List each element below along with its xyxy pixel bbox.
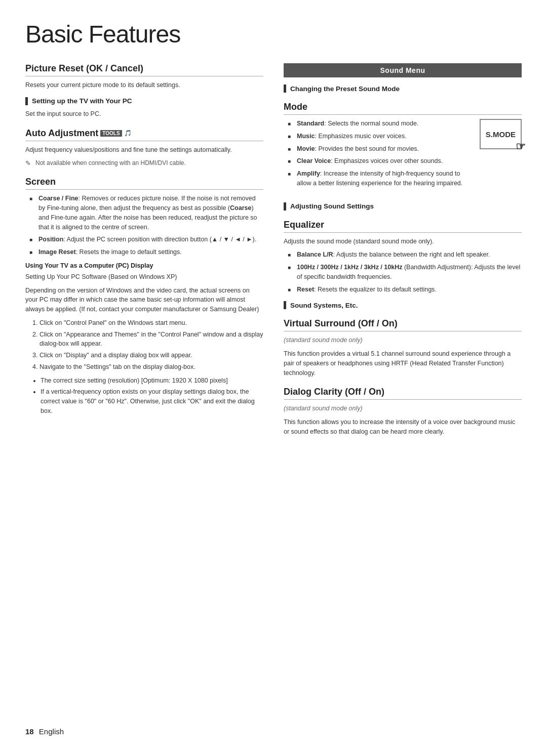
changing-preset-heading: Changing the Preset Sound Mode [284,85,522,93]
left-column: Picture Reset (OK / Cancel) Resets your … [25,63,263,441]
screen-bullet-2: Position: Adjust the PC screen position … [29,235,263,244]
pc-circle-2: If a vertical-frequency option exists on… [41,387,263,415]
dialog-clarity-heading: Dialog Clarity (Off / On) [284,387,522,400]
screen-bullet-1: Coarse / Fine: Removes or reduces pictur… [29,194,263,232]
pc-circle-1: The correct size setting (resolution) [O… [41,376,263,386]
mode-standard: Standard: Selects the normal sound mode. [288,119,470,129]
pc-step-4: Navigate to the "Settings" tab on the di… [40,362,263,372]
right-column: Sound Menu Changing the Preset Sound Mod… [284,63,522,441]
hand-icon: ☞ [516,140,526,153]
dialog-clarity-body: This function allows you to increase the… [284,417,522,437]
auto-adjustment-body: Adjust frequency values/positions and fi… [25,145,263,155]
equalizer-body: Adjusts the sound mode (standard sound m… [284,237,522,246]
adjusting-sound-heading: Adjusting Sound Settings [284,202,522,211]
mode-heading: Mode [284,102,522,115]
virtual-surround-heading: Virtual Surround (Off / On) [284,318,522,331]
virtual-surround-body: This function provides a virtual 5.1 cha… [284,349,522,377]
mode-bullets: Standard: Selects the normal sound mode.… [284,119,470,191]
equalizer-heading: Equalizer [284,220,522,233]
equalizer-hz: 100Hz / 300Hz / 1kHz / 3kHz / 10kHz (Ban… [288,263,522,282]
pc-step-3: Click on "Display" and a display dialog … [40,351,263,360]
auto-adjustment-heading: Auto Adjustment TOOLS 🎵 [25,128,263,141]
pc-display-intro: Setting Up Your PC Software (Based on Wi… [25,272,263,282]
equalizer-bullets: Balance L/R: Adjusts the balance between… [284,250,522,294]
picture-reset-body: Resets your current picture mode to its … [25,80,263,90]
page-title: Basic Features [25,20,522,48]
pc-step-1: Click on "Control Panel" on the Windows … [40,318,263,328]
dialog-clarity-note: (standard sound mode only) [284,404,522,413]
screen-bullet-3: Image Reset: Resets the image to default… [29,247,263,257]
picture-reset-heading: Picture Reset (OK / Cancel) [25,63,263,76]
equalizer-reset: Reset: Resets the equalizer to its defau… [288,285,522,295]
smode-box: S.MODE ☞ [480,119,522,149]
page-number: 18 [25,727,34,736]
setting-up-tv-heading: Setting up the TV with Your PC [25,97,263,105]
pc-display-subheading: Using Your TV as a Computer (PC) Display [25,262,263,269]
pc-step-2: Click on "Appearance and Themes" in the … [40,330,263,349]
setting-up-tv-body: Set the input source to PC. [25,109,263,119]
mode-section: Standard: Selects the normal sound mode.… [284,119,522,195]
screen-bullets: Coarse / Fine: Removes or reduces pictur… [25,194,263,257]
pc-display-circle-list: The correct size setting (resolution) [O… [25,376,263,416]
mode-clear-voice: Clear Voice: Emphasizes voices over othe… [288,156,470,166]
mode-movie: Movie: Provides the best sound for movie… [288,144,470,154]
pc-display-ordered-list: Click on "Control Panel" on the Windows … [25,318,263,372]
virtual-surround-note: (standard sound mode only) [284,335,522,345]
sound-menu-bar: Sound Menu [284,63,522,77]
mode-amplify: Amplify: Increase the intensity of high-… [288,169,470,188]
pc-display-body1: Depending on the version of Windows and … [25,286,263,314]
equalizer-balance: Balance L/R: Adjusts the balance between… [288,250,522,260]
mode-music: Music: Emphasizes music over voices. [288,132,470,141]
screen-heading: Screen [25,177,263,190]
sound-systems-heading: Sound Systems, Etc. [284,301,522,309]
page-number-area: 18 English [25,727,64,736]
auto-adjustment-note: Not available when connecting with an HD… [25,158,263,167]
tools-badge: TOOLS [100,130,122,137]
page-language: English [39,727,64,736]
